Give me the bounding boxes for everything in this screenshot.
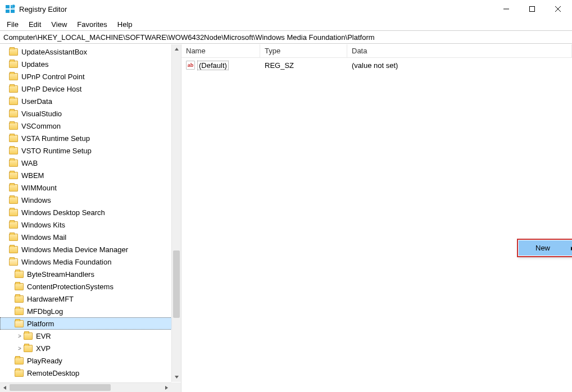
folder-icon [15, 320, 24, 327]
folder-icon [9, 221, 18, 229]
tree-item-label: XVP [36, 344, 51, 353]
folder-icon [9, 122, 18, 130]
tree-item[interactable]: VSTA Runtime Setup [0, 132, 181, 144]
tree-expander-icon[interactable]: > [17, 333, 22, 339]
folder-icon [9, 159, 18, 167]
tree-item[interactable]: UpdateAssistantBox [0, 45, 181, 58]
maximize-button[interactable] [519, 0, 545, 18]
folder-icon [15, 271, 24, 278]
tree-item-label: Updates [21, 60, 48, 69]
tree-item[interactable]: Windows Desktop Search [0, 206, 181, 218]
tree-item[interactable]: Updates [0, 58, 181, 70]
menu-file[interactable]: File [2, 19, 23, 30]
folder-icon [9, 184, 18, 192]
context-item-new[interactable]: New ▶ [519, 240, 572, 256]
tree-item[interactable]: WAB [0, 157, 181, 169]
folder-icon [9, 197, 18, 204]
tree-item[interactable]: ContentProtectionSystems [0, 280, 181, 293]
tree-item[interactable]: UPnP Device Host [0, 83, 181, 95]
tree-item[interactable]: UserData [0, 95, 181, 107]
tree-item-label: UPnP Device Host [21, 85, 81, 93]
tree-item-label: RemoteDesktop [27, 369, 79, 377]
window-title: Registry Editor [19, 5, 67, 13]
tree-item[interactable]: PlayReady [0, 354, 181, 367]
menu-help[interactable]: Help [113, 19, 137, 30]
svg-point-4 [12, 4, 15, 8]
tree-item[interactable]: HardwareMFT [0, 293, 181, 305]
tree-item-label: WIMMount [21, 184, 57, 192]
list-header: Name Type Data [181, 44, 572, 58]
tree-item[interactable]: RemoteDesktop [0, 367, 181, 379]
tree-item[interactable]: >EVR [0, 330, 181, 342]
menubar: File Edit View Favorites Help [0, 18, 572, 30]
app-icon [5, 4, 15, 14]
tree-item[interactable]: >XVP [0, 342, 181, 354]
tree-item-label: UpdateAssistantBox [21, 48, 87, 56]
tree-item-label: Platform [27, 320, 54, 328]
tree-item-label: PlayReady [27, 357, 62, 365]
tree-item[interactable]: VSCommon [0, 120, 181, 132]
list-pane: Name Type Data (Default)REG_SZ(value not… [181, 44, 572, 392]
scroll-right-icon[interactable] [162, 383, 171, 392]
folder-icon [15, 308, 24, 315]
svg-rect-2 [6, 10, 10, 13]
menu-edit[interactable]: Edit [24, 19, 46, 30]
menu-view[interactable]: View [47, 19, 71, 30]
scroll-left-icon[interactable] [0, 383, 10, 392]
column-name[interactable]: Name [181, 44, 260, 57]
tree-item[interactable]: Windows [0, 194, 181, 206]
scrollbar-thumb[interactable] [173, 250, 180, 318]
scroll-up-icon[interactable] [172, 44, 181, 54]
tree-item-label: UserData [21, 97, 52, 106]
tree-item[interactable]: WIMMount [0, 181, 181, 194]
tree-expander-icon[interactable]: > [17, 345, 22, 352]
scrollbar-thumb-h[interactable] [10, 384, 111, 391]
address-bar[interactable]: Computer\HKEY_LOCAL_MACHINE\SOFTWARE\WOW… [0, 30, 572, 44]
folder-icon [9, 110, 18, 117]
tree-item-label: EVR [36, 332, 51, 340]
svg-rect-6 [530, 7, 535, 12]
folder-icon [24, 332, 33, 340]
tree-item-label: Windows Mail [21, 233, 66, 241]
tree-item[interactable]: Windows Media Device Manager [0, 243, 181, 256]
tree-item-label: Windows Media Foundation [21, 258, 111, 266]
tree-item-label: VSTO Runtime Setup [21, 147, 92, 155]
column-data[interactable]: Data [347, 44, 572, 57]
tree-item[interactable]: Windows Media Foundation [0, 256, 181, 268]
tree-item-label: Windows Kits [21, 221, 65, 229]
value-type: REG_SZ [260, 61, 347, 70]
folder-icon [9, 135, 18, 142]
scroll-down-icon[interactable] [172, 372, 181, 382]
tree-item[interactable]: Windows Kits [0, 218, 181, 231]
tree-pane: UpdateAssistantBoxUpdatesUPnP Control Po… [0, 44, 181, 392]
minimize-button[interactable] [493, 0, 519, 18]
list-row[interactable]: (Default)REG_SZ(value not set) [181, 59, 572, 71]
tree-item[interactable]: MFDbgLog [0, 305, 181, 317]
tree-vertical-scrollbar[interactable] [171, 44, 181, 382]
tree-horizontal-scrollbar[interactable] [0, 382, 171, 392]
folder-icon [9, 172, 18, 179]
tree-item[interactable]: VSTO Runtime Setup [0, 144, 181, 157]
folder-icon [9, 85, 18, 93]
tree-item[interactable]: Platform [0, 317, 181, 330]
svg-rect-0 [6, 5, 10, 8]
tree-item[interactable]: Windows Mail [0, 231, 181, 243]
context-menu: New ▶ [517, 239, 572, 257]
tree-item[interactable]: UPnP Control Point [0, 70, 181, 83]
svg-rect-3 [11, 10, 15, 13]
folder-icon [9, 246, 18, 253]
tree-item-label: MFDbgLog [27, 307, 63, 316]
column-type[interactable]: Type [260, 44, 347, 57]
tree-item-label: VSCommon [21, 122, 61, 130]
folder-icon [9, 147, 18, 154]
tree-item[interactable]: WBEM [0, 169, 181, 181]
tree-item[interactable]: VisualStudio [0, 107, 181, 120]
tree-item[interactable]: ByteStreamHandlers [0, 268, 181, 280]
address-text: Computer\HKEY_LOCAL_MACHINE\SOFTWARE\WOW… [3, 33, 375, 42]
menu-favorites[interactable]: Favorites [72, 19, 111, 30]
close-button[interactable] [545, 0, 571, 18]
value-name: (Default) [197, 61, 229, 70]
folder-icon [15, 357, 24, 364]
tree-item-label: Windows Media Device Manager [21, 245, 128, 254]
tree-item-label: Windows Desktop Search [21, 208, 105, 217]
